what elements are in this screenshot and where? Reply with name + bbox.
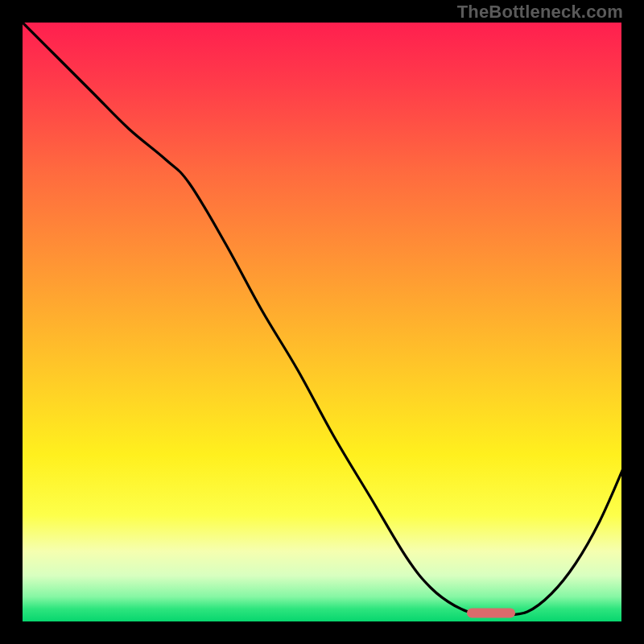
chart-frame bbox=[20, 20, 624, 624]
optimal-marker bbox=[467, 609, 515, 618]
bottleneck-chart bbox=[20, 20, 624, 624]
